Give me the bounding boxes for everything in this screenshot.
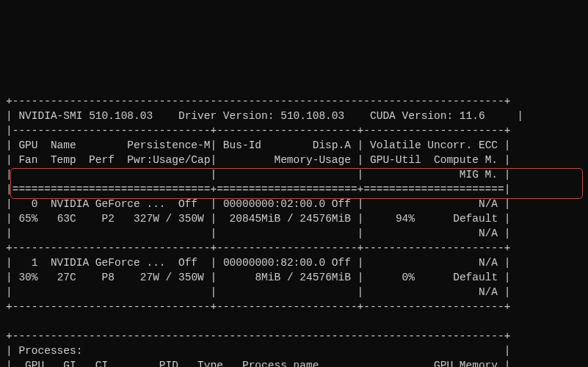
blank-line: [6, 316, 510, 327]
gpu1-row1: | 1 NVIDIA GeForce ... Off | 00000000:82…: [6, 257, 510, 269]
proc-head1: | GPU GI CI PID Type Process name GPU Me…: [6, 360, 510, 367]
cuda-label: CUDA Version:: [370, 110, 453, 122]
driver-label: Driver Version:: [178, 110, 275, 122]
gpu0-row1: | 0 NVIDIA GeForce ... Off | 00000000:02…: [6, 198, 510, 210]
gpu0-row2: | 65% 63C P2 327W / 350W | 20845MiB / 24…: [6, 213, 511, 225]
proc-title: | Processes: |: [6, 345, 510, 357]
gpu1-row3: | | | N/A |: [6, 286, 510, 298]
nvidia-smi-output: +---------------------------------------…: [6, 65, 582, 367]
smi-label: NVIDIA-SMI: [18, 110, 82, 122]
columns-row1: | GPU Name Persistence-M| Bus-Id Disp.A …: [6, 139, 510, 151]
header-row: | NVIDIA-SMI 510.108.03 Driver Version: …: [6, 110, 523, 122]
gpu-sep: +-------------------------------+-------…: [6, 242, 510, 254]
header-sep: |-------------------------------+-------…: [6, 125, 510, 137]
columns-sep: |===============================+=======…: [6, 184, 510, 195]
columns-row2: | Fan Temp Perf Pwr:Usage/Cap| Memory-Us…: [6, 154, 510, 166]
gpu-bottom: +-------------------------------+-------…: [6, 301, 510, 313]
smi-version: 510.108.03: [89, 110, 153, 122]
proc-top: +---------------------------------------…: [6, 330, 510, 342]
gpu0-row3: | | | N/A |: [6, 228, 510, 239]
columns-row3: | | | MIG M. |: [6, 169, 510, 181]
cuda-version: 11.6: [460, 110, 485, 122]
gpu1-row2: | 30% 27C P8 27W / 350W | 8MiB / 24576Mi…: [6, 272, 511, 283]
top-border: +---------------------------------------…: [6, 95, 510, 107]
driver-version: 510.108.03: [280, 110, 344, 122]
